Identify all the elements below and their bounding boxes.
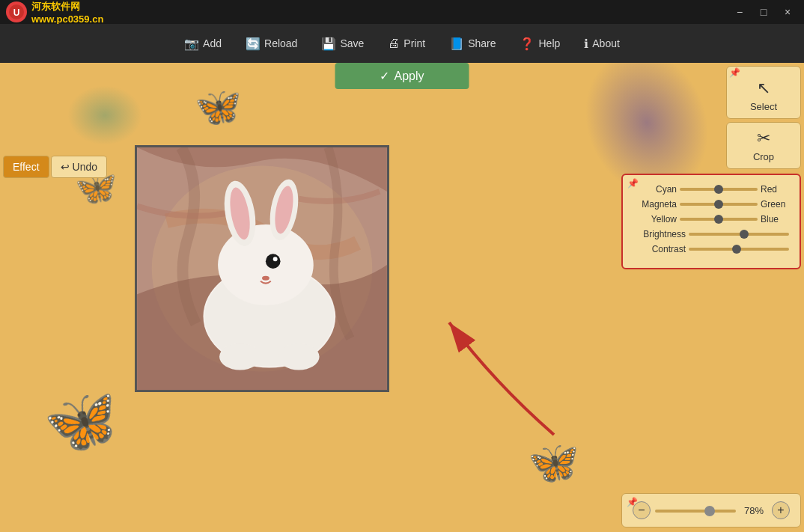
svg-point-12 <box>273 257 278 261</box>
save-icon: 💾 <box>321 37 336 51</box>
svg-point-13 <box>262 276 269 281</box>
about-label: About <box>592 37 620 49</box>
zoom-in-icon: + <box>777 504 784 517</box>
canvas-area: 🦋 🦋 🦋 🦋 Effect ↩ Undo <box>0 63 804 532</box>
reload-label: Reload <box>264 37 297 49</box>
brightness-label: Brightness <box>633 229 686 239</box>
pin-icon-zoom: 📌 <box>627 497 638 507</box>
brightness-row: Brightness <box>633 229 789 239</box>
svg-text:U: U <box>13 7 20 18</box>
cyan-red-thumb[interactable] <box>714 185 723 194</box>
splash-teal <box>67 85 142 145</box>
add-button[interactable]: 📷 Add <box>174 32 232 55</box>
help-label: Help <box>538 37 560 49</box>
close-button[interactable]: × <box>777 4 798 20</box>
effect-button[interactable]: Effect <box>3 156 49 178</box>
share-label: Share <box>468 37 496 49</box>
left-toolbar: Effect ↩ Undo <box>0 153 110 181</box>
apply-button[interactable]: ✓ Apply <box>335 63 469 89</box>
cyan-label: Cyan <box>633 184 677 195</box>
select-tool-wrap: 📌 ↖ Select <box>726 66 801 119</box>
zoom-out-icon: − <box>638 504 645 517</box>
brightness-slider[interactable] <box>689 233 789 236</box>
butterfly-orange: 🦋 <box>40 381 126 463</box>
maximize-button[interactable]: □ <box>753 4 774 20</box>
undo-icon: ↩ <box>61 161 70 173</box>
reload-button[interactable]: 🔄 Reload <box>235 32 308 55</box>
crop-tool-label: Crop <box>753 151 774 162</box>
select-tool-icon: ↖ <box>757 79 770 98</box>
magneta-green-thumb[interactable] <box>714 200 723 209</box>
butterfly-red: 🦋 <box>195 85 241 129</box>
bg-decoration: 🦋 🦋 🦋 🦋 <box>0 63 804 532</box>
crop-tool[interactable]: ✂ Crop <box>726 122 801 169</box>
apply-label: Apply <box>394 70 424 83</box>
svg-point-11 <box>266 254 281 269</box>
blue-label: Blue <box>761 214 789 224</box>
contrast-label: Contrast <box>633 244 686 254</box>
about-button[interactable]: ℹ About <box>573 32 630 55</box>
pin-icon-color: 📌 <box>627 178 639 189</box>
yellow-blue-slider[interactable] <box>680 218 758 221</box>
zoom-in-button[interactable]: + <box>772 501 790 519</box>
svg-point-15 <box>278 343 320 370</box>
effect-label: Effect <box>13 161 40 173</box>
red-label: Red <box>761 184 789 195</box>
cyan-red-slider[interactable] <box>680 188 758 191</box>
right-tool-panel: 📌 ↖ Select ✂ Crop <box>726 66 801 169</box>
help-icon: ❓ <box>520 37 535 51</box>
green-label: Green <box>761 199 789 210</box>
cyan-red-row: Cyan Red <box>633 184 789 195</box>
zoom-thumb[interactable] <box>704 506 715 516</box>
help-button[interactable]: ❓ Help <box>509 32 570 55</box>
select-tool-label: Select <box>750 101 777 112</box>
yellow-blue-thumb[interactable] <box>714 215 723 224</box>
contrast-slider[interactable] <box>689 248 789 251</box>
magneta-label: Magneta <box>633 199 677 210</box>
pin-icon-select: 📌 <box>729 67 740 78</box>
brightness-thumb[interactable] <box>740 230 749 239</box>
contrast-thumb[interactable] <box>732 245 741 254</box>
apply-icon: ✓ <box>380 69 389 83</box>
zoom-slider[interactable] <box>655 510 736 513</box>
app-logo: U 河东软件网 www.pc0359.cn <box>6 0 103 25</box>
print-label: Print <box>403 37 425 49</box>
action-bar: ✓ Apply <box>335 63 469 89</box>
logo-text: 河东软件网 www.pc0359.cn <box>31 0 103 25</box>
yellow-label: Yellow <box>633 214 677 224</box>
contrast-row: Contrast <box>633 244 789 254</box>
crop-tool-wrap: ✂ Crop <box>726 122 801 169</box>
main-toolbar: 📷 Add 🔄 Reload 💾 Save 🖨 Print 📘 Share ❓ … <box>0 24 804 63</box>
add-label: Add <box>203 37 222 49</box>
titlebar: U 河东软件网 www.pc0359.cn − □ × <box>0 0 804 24</box>
magneta-green-row: Magneta Green <box>633 199 789 210</box>
arrow-decoration <box>419 308 569 442</box>
print-icon: 🖨 <box>388 37 400 50</box>
magneta-green-slider[interactable] <box>680 203 758 206</box>
undo-button[interactable]: ↩ Undo <box>51 156 107 178</box>
share-button[interactable]: 📘 Share <box>439 32 506 55</box>
save-label: Save <box>340 37 364 49</box>
print-button[interactable]: 🖨 Print <box>377 32 436 55</box>
image-frame <box>135 145 389 392</box>
save-button[interactable]: 💾 Save <box>311 32 374 55</box>
yellow-blue-row: Yellow Blue <box>633 214 789 224</box>
about-icon: ℹ <box>584 37 588 51</box>
butterfly-yellow: 🦋 <box>528 438 579 487</box>
undo-label: Undo <box>73 161 97 173</box>
select-tool[interactable]: 📌 ↖ Select <box>726 66 801 119</box>
rabbit-svg <box>137 147 387 390</box>
minimize-button[interactable]: − <box>729 4 750 20</box>
image-canvas <box>137 147 387 390</box>
svg-point-6 <box>218 224 314 305</box>
crop-tool-icon: ✂ <box>757 129 770 148</box>
reload-icon: 🔄 <box>246 37 261 51</box>
share-icon: 📘 <box>449 37 464 51</box>
svg-point-14 <box>219 343 261 370</box>
zoom-value: 78% <box>740 505 767 516</box>
zoom-panel: 📌 − 78% + <box>621 493 801 528</box>
logo-icon: U <box>6 1 27 22</box>
window-controls: − □ × <box>729 4 798 20</box>
color-panel: 📌 Cyan Red Magneta Green Yellow Blue <box>621 174 801 269</box>
add-icon: 📷 <box>184 37 199 51</box>
